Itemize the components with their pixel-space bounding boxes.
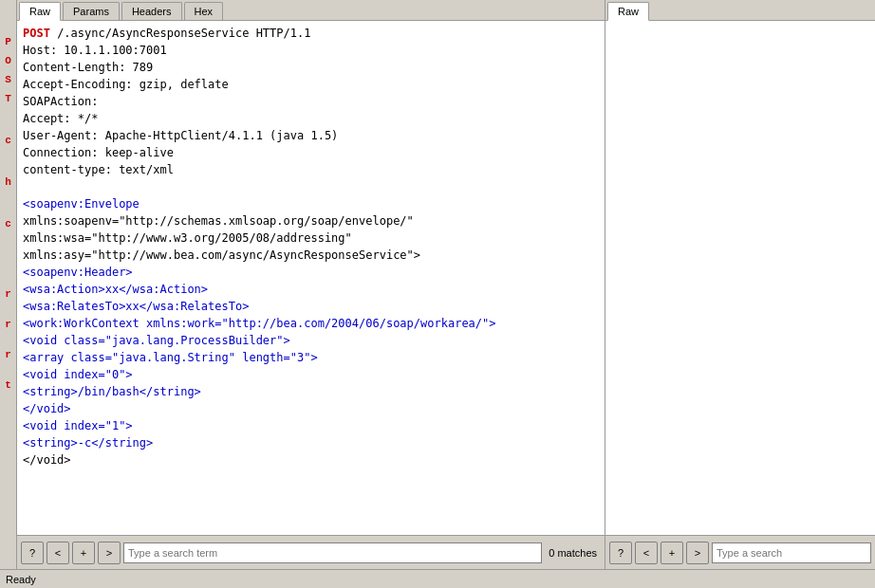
search-add-button[interactable]: + [72,542,95,564]
sidebar-letter-r2: r [5,319,11,330]
matches-label: 0 matches [545,547,601,559]
left-tab-bar: Raw Params Headers Hex [17,0,605,21]
right-search-help-button[interactable]: ? [609,542,632,564]
sidebar-letter-p: P [5,36,11,47]
search-help-button[interactable]: ? [21,542,44,564]
sidebar-letter-t2: t [5,379,11,391]
sidebar-letter-c2: c [5,218,11,230]
request-content: POST /.async/AsyncResponseService HTTP/1… [23,25,599,469]
right-tab-bar: Raw [605,0,875,21]
status-text: Ready [6,574,36,585]
right-search-bar: ? < + > [605,535,875,569]
sidebar-letter-r3: r [5,349,11,360]
tab-params[interactable]: Params [63,2,120,20]
sidebar-letter-h: h [5,176,11,188]
left-panel: Raw Params Headers Hex POST /.async/Asyn… [17,0,605,569]
right-search-add-button[interactable]: + [661,542,683,564]
right-search-input[interactable] [712,542,871,563]
status-bar: Ready [0,569,875,588]
sidebar-letters: P O S T c h c r r r t [0,0,17,569]
right-panel: Raw ? < + > [605,0,875,569]
left-search-bar: ? < + > 0 matches [17,535,605,569]
left-content-area[interactable]: POST /.async/AsyncResponseService HTTP/1… [17,21,605,535]
tab-right-raw[interactable]: Raw [607,2,649,21]
sidebar-letter-t: T [5,93,11,104]
tab-headers[interactable]: Headers [121,2,182,20]
sidebar-letter-c1: c [5,135,11,146]
sidebar-letter-r1: r [5,288,11,300]
tab-raw[interactable]: Raw [19,2,61,21]
right-content-area [605,21,875,535]
http-method: POST [23,27,50,40]
sidebar-letter-s: S [5,74,11,85]
sidebar-letter-o: O [5,55,11,66]
right-search-prev-button[interactable]: < [635,542,658,564]
search-next-button[interactable]: > [98,542,121,564]
search-prev-button[interactable]: < [47,542,69,564]
tab-hex[interactable]: Hex [184,2,224,20]
search-input[interactable] [123,542,542,563]
right-search-next-button[interactable]: > [686,542,709,564]
